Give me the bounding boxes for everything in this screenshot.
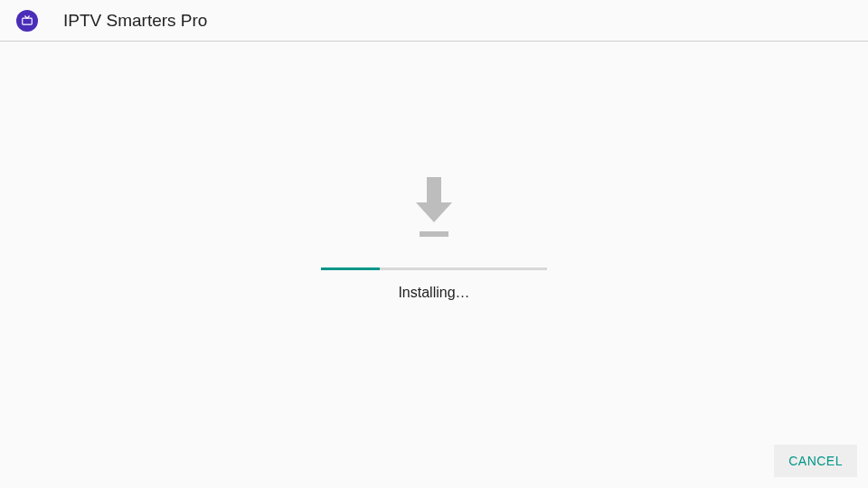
progress-fill bbox=[321, 267, 380, 270]
status-text: Installing… bbox=[398, 285, 469, 301]
header-bar: IPTV Smarters Pro bbox=[0, 0, 868, 42]
app-title: IPTV Smarters Pro bbox=[63, 11, 207, 31]
svg-rect-1 bbox=[427, 177, 441, 202]
installer-content: Installing… bbox=[0, 42, 868, 301]
progress-bar bbox=[321, 267, 547, 270]
cancel-button[interactable]: CANCEL bbox=[774, 445, 857, 477]
svg-rect-0 bbox=[23, 18, 33, 24]
svg-rect-2 bbox=[420, 231, 448, 237]
tv-icon bbox=[21, 14, 33, 27]
app-icon bbox=[16, 10, 38, 32]
download-icon bbox=[409, 177, 459, 240]
footer-actions: CANCEL bbox=[774, 445, 857, 477]
